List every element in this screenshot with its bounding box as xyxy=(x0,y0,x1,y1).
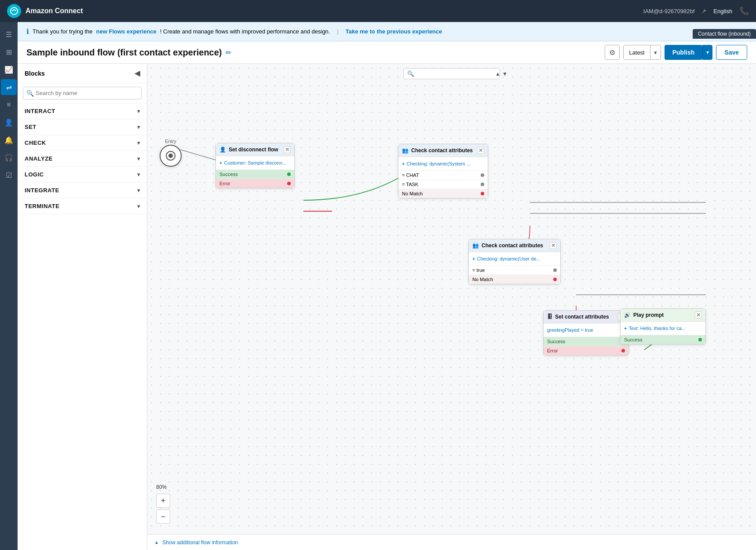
block-section-check-header[interactable]: CHECK ▾ xyxy=(18,135,147,150)
publish-dropdown-button[interactable]: ▾ xyxy=(702,45,712,60)
save-button[interactable]: Save xyxy=(716,45,747,60)
set-disconnect-item: + Customer: Sample disconn... xyxy=(219,159,291,167)
check-contact-1-nomatch-output[interactable]: No Match xyxy=(398,189,488,198)
entry-node[interactable] xyxy=(160,145,182,167)
publish-button[interactable]: Publish xyxy=(665,45,703,60)
canvas-search-icon: 🔍 xyxy=(407,70,414,77)
sidebar-item-tasks[interactable]: ☑ xyxy=(1,167,17,183)
phone-icon[interactable]: 📞 xyxy=(739,6,749,16)
sidebar-item-dashboard[interactable]: ⊞ xyxy=(1,44,17,60)
version-selector[interactable]: Latest ▾ xyxy=(623,45,661,60)
blocks-search-box: 🔍 xyxy=(18,83,147,103)
play-prompt-close-button[interactable]: ✕ xyxy=(695,312,702,319)
logic-chevron-icon: ▾ xyxy=(137,172,140,178)
set-contact-error-output[interactable]: Error xyxy=(544,346,628,355)
check-chevron-icon: ▾ xyxy=(137,140,140,146)
canvas-search-down-button[interactable]: ▼ xyxy=(502,71,508,77)
toolbar-right: ⚙ Latest ▾ Publish ▾ Save xyxy=(605,45,747,60)
block-section-terminate: TERMINATE ▾ xyxy=(18,198,147,214)
check-contact-2-title: Check contact attributes xyxy=(482,242,543,249)
set-disconnect-success-output[interactable]: Success xyxy=(216,169,294,179)
check-contact-2-node[interactable]: 👥 Check contact attributes ✕ + Checking:… xyxy=(468,239,561,284)
check-contact-1-task-output[interactable]: = TASK xyxy=(398,180,488,189)
prev-experience-link[interactable]: Take me to the previous experience xyxy=(346,28,442,35)
blocks-panel-header: Blocks ◀ xyxy=(18,64,147,83)
zoom-out-button[interactable]: − xyxy=(156,510,170,524)
page-title: Sample inbound flow (first contact exper… xyxy=(26,48,222,58)
title-area: Sample inbound flow (first contact exper… xyxy=(26,48,231,58)
sidebar-item-channels[interactable]: ≡ xyxy=(1,97,17,113)
canvas-search-up-button[interactable]: ▲ xyxy=(495,71,500,77)
block-section-integrate-header[interactable]: INTEGRATE ▾ xyxy=(18,183,147,198)
external-link-icon[interactable]: ↗ xyxy=(701,8,706,15)
version-label: Latest xyxy=(624,49,650,56)
check-contact-1-title: Check contact attributes xyxy=(411,147,473,154)
zoom-in-button[interactable]: + xyxy=(156,494,170,508)
block-section-logic-header[interactable]: LOGIC ▾ xyxy=(18,167,147,182)
canvas-footer[interactable]: ▲ Show additional flow information xyxy=(147,534,756,550)
sidebar-item-notifications[interactable]: 🔔 xyxy=(1,132,17,148)
block-section-analyze-header[interactable]: ANALYZE ▾ xyxy=(18,151,147,166)
footer-label: Show additional flow information xyxy=(162,539,238,546)
connection-lines xyxy=(147,64,756,550)
interact-chevron-icon: ▾ xyxy=(137,108,140,114)
banner-text1: Thank you for trying the xyxy=(33,28,93,35)
play-prompt-success-output[interactable]: Success xyxy=(621,335,705,344)
entry-label-container: Entry xyxy=(160,139,182,167)
sidebar-item-menu[interactable]: ☰ xyxy=(1,26,17,42)
block-section-interact-header[interactable]: INTERACT ▾ xyxy=(18,103,147,119)
set-disconnect-node[interactable]: 👤 Set disconnect flow ✕ + Customer: Samp… xyxy=(215,143,295,188)
set-contact-title: Set contact attributes xyxy=(555,314,609,320)
footer-arrow-icon: ▲ xyxy=(154,540,159,545)
block-section-set-header[interactable]: SET ▾ xyxy=(18,119,147,135)
play-prompt-body: + Text: Hello, thanks for ca... xyxy=(621,322,705,335)
block-section-terminate-header[interactable]: TERMINATE ▾ xyxy=(18,198,147,214)
block-section-set: SET ▾ xyxy=(18,119,147,135)
check-contact-2-item: + Checking: dynamic(User de... xyxy=(472,255,557,263)
entry-label: Entry xyxy=(160,139,182,144)
blocks-search-input[interactable] xyxy=(23,87,142,99)
set-contact-icon: 🗄 xyxy=(547,314,552,320)
search-icon: 🔍 xyxy=(26,90,34,97)
terminate-chevron-icon: ▾ xyxy=(137,203,140,209)
sidebar-item-analytics[interactable]: 📈 xyxy=(1,62,17,77)
node-person-icon: 👤 xyxy=(219,147,226,153)
iam-label: IAM@d-92670982bf xyxy=(643,8,695,15)
edit-icon[interactable]: ✏ xyxy=(226,48,231,57)
settings-button[interactable]: ⚙ xyxy=(605,45,620,60)
svg-line-1 xyxy=(180,150,218,161)
logo-icon xyxy=(7,4,21,18)
check-contact-2-nomatch-output[interactable]: No Match xyxy=(469,275,560,284)
check-contact-1-icon: 👥 xyxy=(402,147,409,154)
set-disconnect-error-output[interactable]: Error xyxy=(216,179,294,188)
set-contact-node[interactable]: 🗄 Set contact attributes ✕ greetingPlaye… xyxy=(543,310,629,356)
sidebar-item-routing[interactable]: ⇌ xyxy=(1,79,17,95)
check-contact-2-header: 👥 Check contact attributes ✕ xyxy=(469,239,560,252)
top-navigation: Amazon Connect IAM@d-92670982bf ↗ Englis… xyxy=(0,0,756,22)
check-contact-1-chat-output[interactable]: = CHAT xyxy=(398,170,488,180)
integrate-label: INTEGRATE xyxy=(25,187,59,194)
canvas-search-input[interactable] xyxy=(418,70,492,77)
set-contact-success-output[interactable]: Success xyxy=(544,337,628,346)
set-contact-item: greetingPlayed = true xyxy=(547,326,625,334)
banner-link[interactable]: new Flows experience xyxy=(96,28,157,35)
check-contact-1-node[interactable]: 👥 Check contact attributes ✕ + Checking:… xyxy=(398,144,488,198)
version-chevron-icon[interactable]: ▾ xyxy=(650,45,661,59)
set-contact-header: 🗄 Set contact attributes ✕ xyxy=(544,311,628,323)
set-disconnect-header: 👤 Set disconnect flow ✕ xyxy=(216,143,294,156)
set-disconnect-body: + Customer: Sample disconn... xyxy=(216,156,294,169)
check-contact-2-close-button[interactable]: ✕ xyxy=(550,242,557,249)
play-prompt-node[interactable]: 🔊 Play prompt ✕ + Text: Hello, thanks fo… xyxy=(620,308,706,345)
zoom-level-label: 80% xyxy=(156,484,170,490)
brand-logo: Amazon Connect xyxy=(7,4,83,18)
blocks-title: Blocks xyxy=(25,70,45,77)
check-contact-1-close-button[interactable]: ✕ xyxy=(477,147,484,154)
sidebar-item-users[interactable]: 👤 xyxy=(1,114,17,130)
check-contact-2-true-output[interactable]: = true xyxy=(469,265,560,275)
flow-canvas[interactable]: 🔍 ▲ ▼ xyxy=(147,64,756,550)
set-disconnect-close-button[interactable]: ✕ xyxy=(284,146,291,153)
sidebar-item-headset[interactable]: 🎧 xyxy=(1,150,17,165)
contact-flow-badge: Contact flow (inbound) xyxy=(693,29,756,39)
collapse-panel-button[interactable]: ◀ xyxy=(135,69,140,77)
language-selector[interactable]: English xyxy=(713,8,732,15)
